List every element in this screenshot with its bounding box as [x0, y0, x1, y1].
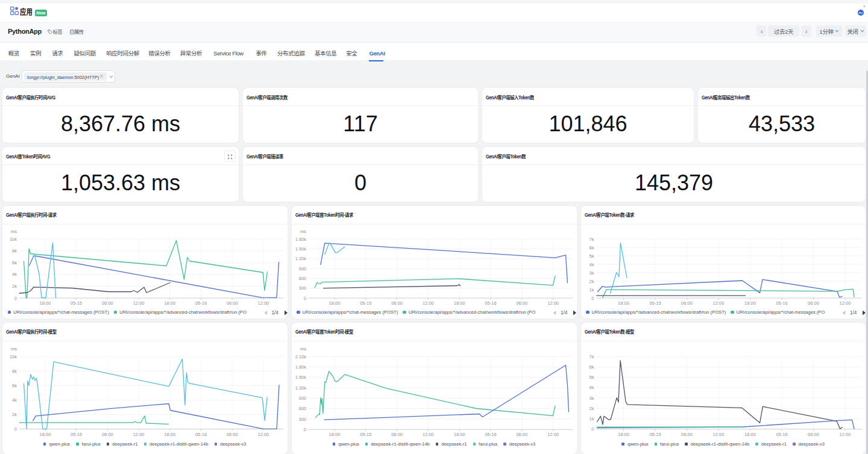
svg-text:06:00: 06:00	[102, 432, 113, 437]
svg-text:2k: 2k	[589, 406, 594, 411]
svg-text:5k: 5k	[589, 253, 594, 259]
svg-text:05-15: 05-15	[649, 432, 661, 437]
svg-text:12:00: 12:00	[423, 432, 434, 437]
svg-text:900: 900	[298, 266, 306, 272]
svg-text:3k: 3k	[589, 270, 594, 276]
svg-text:05-15: 05-15	[360, 300, 371, 306]
svg-text:0: 0	[591, 426, 594, 432]
svg-text:18:00: 18:00	[744, 432, 756, 437]
svg-text:05-15: 05-15	[71, 432, 82, 437]
svg-text:1.20k: 1.20k	[295, 385, 306, 391]
svg-text:05-16: 05-16	[776, 300, 787, 306]
svg-text:05-16: 05-16	[485, 432, 496, 437]
svg-text:12:00: 12:00	[133, 432, 145, 437]
svg-text:18:00: 18:00	[40, 432, 51, 437]
svg-text:18:00: 18:00	[744, 300, 756, 306]
svg-text:4k: 4k	[589, 385, 594, 390]
svg-text:4k: 4k	[589, 262, 594, 267]
svg-text:18:00: 18:00	[164, 300, 175, 306]
svg-text:300: 300	[298, 285, 306, 291]
svg-text:05-16: 05-16	[485, 300, 496, 306]
svg-text:1.50k: 1.50k	[295, 246, 306, 252]
svg-text:18:00: 18:00	[40, 300, 51, 306]
svg-text:06:00: 06:00	[227, 300, 238, 306]
svg-text:12:00: 12:00	[547, 432, 559, 437]
svg-text:05-15: 05-15	[71, 300, 82, 306]
svg-text:12:00: 12:00	[133, 300, 145, 306]
svg-text:0: 0	[303, 296, 306, 301]
svg-text:1.50k: 1.50k	[295, 375, 306, 380]
svg-text:6k: 6k	[589, 245, 594, 250]
svg-text:300: 300	[298, 417, 306, 422]
svg-text:6k: 6k	[12, 260, 17, 266]
svg-text:12:00: 12:00	[712, 432, 724, 437]
svg-text:4k: 4k	[12, 397, 17, 403]
svg-text:18:00: 18:00	[164, 432, 175, 437]
svg-text:06:00: 06:00	[391, 300, 403, 306]
svg-text:ms: ms	[11, 229, 17, 234]
svg-text:06:00: 06:00	[681, 432, 693, 437]
svg-text:5k: 5k	[589, 375, 594, 380]
svg-text:0: 0	[14, 296, 17, 301]
svg-text:2.10k: 2.10k	[295, 354, 306, 359]
svg-text:1.80k: 1.80k	[295, 364, 306, 370]
svg-text:12:00: 12:00	[423, 300, 434, 306]
svg-text:7k: 7k	[589, 354, 594, 359]
svg-text:1k: 1k	[589, 416, 594, 421]
svg-text:12:00: 12:00	[839, 300, 851, 306]
svg-text:12:00: 12:00	[258, 432, 269, 437]
svg-text:05-16: 05-16	[776, 432, 787, 437]
svg-text:06:00: 06:00	[808, 432, 819, 437]
svg-text:06:00: 06:00	[391, 432, 403, 437]
svg-text:0: 0	[591, 296, 594, 301]
svg-text:12:00: 12:00	[258, 300, 269, 306]
svg-text:18:00: 18:00	[453, 300, 465, 306]
svg-text:18:00: 18:00	[618, 300, 629, 306]
svg-text:12:00: 12:00	[547, 300, 559, 306]
svg-text:06:00: 06:00	[681, 300, 693, 306]
svg-text:10k: 10k	[10, 354, 17, 359]
svg-text:4k: 4k	[12, 272, 17, 277]
svg-text:06:00: 06:00	[516, 300, 527, 306]
svg-text:1.80k: 1.80k	[295, 237, 306, 242]
svg-text:05-16: 05-16	[195, 300, 207, 306]
svg-text:05-15: 05-15	[360, 432, 371, 437]
svg-text:2k: 2k	[12, 412, 17, 417]
svg-text:12:00: 12:00	[712, 300, 724, 306]
svg-text:0: 0	[303, 427, 306, 432]
svg-text:6k: 6k	[12, 383, 17, 388]
svg-text:06:00: 06:00	[516, 432, 527, 437]
svg-text:18:00: 18:00	[329, 300, 340, 306]
svg-text:3k: 3k	[589, 396, 594, 401]
svg-text:1.20k: 1.20k	[295, 256, 306, 261]
svg-text:0: 0	[14, 426, 17, 432]
svg-text:6k: 6k	[589, 364, 594, 370]
svg-text:900: 900	[298, 396, 306, 401]
svg-text:600: 600	[298, 276, 306, 281]
svg-text:7k: 7k	[589, 237, 594, 242]
svg-text:18:00: 18:00	[453, 432, 465, 437]
svg-text:8k: 8k	[12, 368, 17, 374]
svg-text:06:00: 06:00	[102, 300, 113, 306]
svg-text:05-16: 05-16	[195, 432, 207, 437]
svg-text:10k: 10k	[10, 237, 17, 242]
svg-text:18:00: 18:00	[618, 432, 629, 437]
svg-text:8k: 8k	[12, 248, 17, 253]
svg-text:ms: ms	[11, 346, 17, 352]
svg-text:05-15: 05-15	[649, 300, 661, 306]
svg-text:2k: 2k	[12, 284, 17, 289]
svg-text:1k: 1k	[589, 287, 594, 293]
svg-text:ms: ms	[300, 346, 306, 352]
svg-text:12:00: 12:00	[839, 432, 851, 437]
svg-text:600: 600	[298, 406, 306, 411]
svg-text:06:00: 06:00	[227, 432, 238, 437]
svg-text:ms: ms	[300, 229, 306, 234]
svg-text:2k: 2k	[589, 279, 594, 284]
svg-text:06:00: 06:00	[808, 300, 819, 306]
svg-text:18:00: 18:00	[329, 432, 340, 437]
